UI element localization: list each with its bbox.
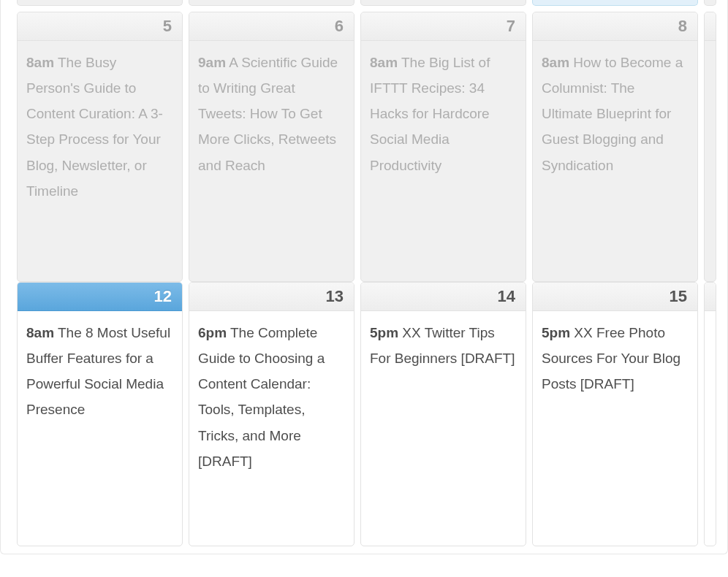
day-number: 14 [498,287,515,306]
event-time: 8am [542,55,569,70]
calendar-cell-prev[interactable] [704,0,716,6]
calendar-row-prev [17,0,721,6]
day-body: 6pm The Complete Guide to Choosing a Con… [189,311,354,481]
day-number: 12 [154,287,172,306]
event-title: A Scientific Guide to Writing Great Twee… [198,55,338,173]
day-body: 8am The Big List of IFTTT Recipes: 34 Ha… [361,41,526,186]
event-time: 5pm [542,325,570,340]
event-title: The Busy Person's Guide to Content Curat… [26,55,163,199]
day-number: 6 [335,17,344,36]
calendar-cell[interactable]: 14 5pm XX Twitter Tips For Beginners [DR… [360,282,526,546]
event-time: 5pm [370,325,398,340]
day-number: 5 [163,17,172,36]
calendar-event[interactable]: 8am The 8 Most Useful Buffer Features fo… [26,320,173,423]
content-calendar: 5 8am The Busy Person's Guide to Content… [0,0,728,554]
calendar-cell-prev[interactable] [360,0,526,6]
day-header: 5 [18,12,182,41]
day-body: 8am The 8 Most Useful Buffer Features fo… [18,311,182,430]
day-header: 13 [189,283,354,311]
day-header: 7 [361,12,526,41]
calendar-event[interactable]: 8am How to Become a Columnist: The Ultim… [542,50,689,178]
day-number: 13 [326,287,344,306]
calendar-event[interactable]: 8am The Busy Person's Guide to Content C… [26,50,173,204]
day-header [705,283,716,311]
day-number: 7 [507,17,515,36]
calendar-cell[interactable]: 6 9am A Scientific Guide to Writing Grea… [189,12,354,282]
day-body: 5pm XX Twitter Tips For Beginners [DRAFT… [361,311,526,378]
calendar-cell[interactable] [704,282,716,546]
day-header: 14 [361,283,526,311]
calendar-event[interactable]: 6pm The Complete Guide to Choosing a Con… [198,320,345,474]
calendar-cell[interactable] [704,12,716,282]
day-body: 9am A Scientific Guide to Writing Great … [189,41,354,186]
calendar-event[interactable]: 5pm XX Twitter Tips For Beginners [DRAFT… [370,320,517,371]
day-header: 6 [189,12,354,41]
calendar-row: 12 8am The 8 Most Useful Buffer Features… [17,282,721,546]
event-time: 8am [26,325,54,340]
day-number: 8 [678,17,687,36]
event-title: The Complete Guide to Choosing a Content… [198,325,325,469]
event-time: 9am [198,55,226,70]
day-header [705,12,716,41]
event-title: The Big List of IFTTT Recipes: 34 Hacks … [370,55,490,173]
day-header-today: 12 [18,283,182,311]
calendar-cell-prev[interactable] [189,0,354,6]
day-body: 8am How to Become a Columnist: The Ultim… [533,41,697,186]
day-header: 15 [533,283,697,311]
day-body: 5pm XX Free Photo Sources For Your Blog … [533,311,697,404]
calendar-cell-today[interactable]: 12 8am The 8 Most Useful Buffer Features… [17,282,183,546]
day-body: 8am The Busy Person's Guide to Content C… [18,41,182,211]
calendar-cell-prev[interactable] [17,0,183,6]
calendar-cell[interactable]: 7 8am The Big List of IFTTT Recipes: 34 … [360,12,526,282]
event-time: 8am [26,55,54,70]
calendar-cell[interactable]: 8 8am How to Become a Columnist: The Ult… [532,12,698,282]
event-time: 8am [370,55,398,70]
calendar-event[interactable]: 5pm XX Free Photo Sources For Your Blog … [542,320,689,397]
day-number: 15 [670,287,687,306]
calendar-event[interactable]: 9am A Scientific Guide to Writing Great … [198,50,345,178]
calendar-cell[interactable]: 13 6pm The Complete Guide to Choosing a … [189,282,354,546]
calendar-event[interactable]: 8am The Big List of IFTTT Recipes: 34 Ha… [370,50,517,178]
calendar-cell[interactable]: 5 8am The Busy Person's Guide to Content… [17,12,183,282]
event-time: 6pm [198,325,227,340]
calendar-row: 5 8am The Busy Person's Guide to Content… [17,12,721,282]
day-header: 8 [533,12,697,41]
calendar-cell[interactable]: 15 5pm XX Free Photo Sources For Your Bl… [532,282,698,546]
calendar-cell-prev[interactable] [532,0,698,6]
event-title: How to Become a Columnist: The Ultimate … [542,55,683,173]
